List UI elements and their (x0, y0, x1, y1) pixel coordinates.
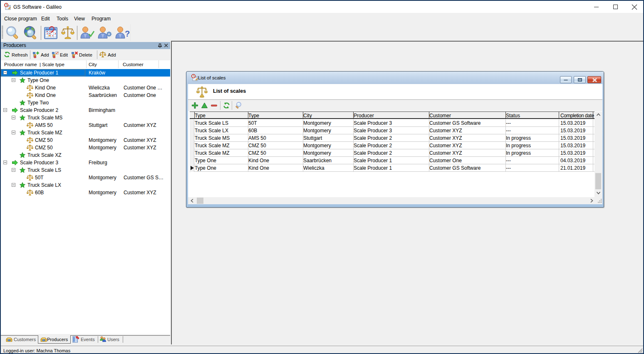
svg-text:?: ? (125, 29, 130, 38)
